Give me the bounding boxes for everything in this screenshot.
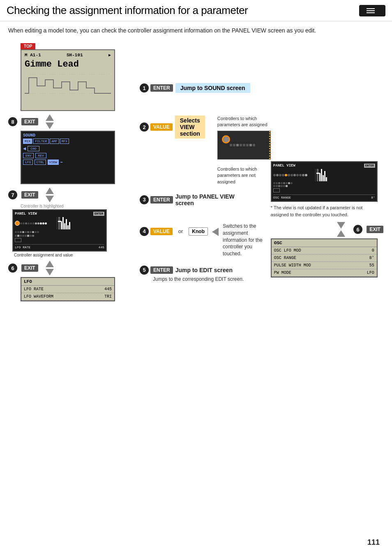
step6-label-left: EXIT [21, 264, 38, 272]
sound-rev-btn[interactable]: REV [35, 153, 46, 158]
sound-arrow-row: ◀ CHO [23, 146, 113, 152]
sound-screen: SOUND MIX FILTER AMP MFX ◀ CHO ENV REV [21, 131, 115, 184]
step1-text: Jump to SOUND screen [175, 83, 250, 93]
step6-exit-row-left: 6 EXIT [8, 261, 131, 275]
level-bars2 [319, 169, 375, 181]
panel-right-grid [273, 169, 375, 181]
sound-btn-mix[interactable]: MIX [23, 139, 32, 144]
lfo-row2-value: TRI [104, 294, 112, 299]
step3-badge: 3 [140, 195, 149, 204]
sound-btn-mfx[interactable]: MFX [60, 139, 69, 144]
sound-view-btn[interactable]: VIEW [48, 160, 59, 165]
osc-row3-value: 55 [369, 263, 374, 268]
sound-play-icon: ◀ [23, 146, 26, 152]
panel-right-square [273, 188, 280, 192]
osc-row4-label: PW MODE [274, 271, 291, 275]
arrow-down-6 [46, 269, 54, 275]
step1-row: 1 ENTER Jump to SOUND screen [140, 83, 271, 93]
controllers-note-area: Controllers to which parameters are assi… [217, 116, 271, 185]
highlighted-controller [15, 221, 20, 226]
sound-cho-btn[interactable]: CHO [28, 146, 39, 151]
panel-view-left-footer: LFO RATE 445 [15, 244, 104, 249]
osc-row2-value: 8' [369, 256, 374, 260]
step4-knob: Knob [189, 227, 208, 236]
sound-env-row: ENV REV [23, 153, 113, 158]
top-screen-label: TOP [21, 43, 35, 49]
sound-section-buttons: MIX FILTER AMP MFX [23, 139, 113, 144]
step2-row: 2 VALUE Selects VIEW section [140, 116, 205, 139]
step6-badge-left: 6 [8, 264, 17, 273]
top-screen: M A1-1 SH-101 ▶ Gimme Lead [21, 49, 115, 111]
step7-exit-row: 7 EXIT [8, 187, 131, 202]
step6-badge-right: 6 [353, 225, 362, 234]
step5-badge: 5 [140, 266, 149, 275]
lfo-row1-value: 445 [104, 287, 112, 291]
spacer-top [271, 42, 386, 161]
level-bars [61, 217, 104, 229]
step2-value: VALUE [150, 123, 173, 131]
osc-row2-label: OSC RANGE [274, 256, 296, 260]
body-description: When editing a model tone, you can check… [0, 21, 392, 38]
step2-area: 2 VALUE Selects VIEW section Controllers… [140, 116, 271, 185]
step4-value: VALUE [150, 228, 173, 235]
top-screen-wave [25, 74, 111, 94]
page-number: 111 [367, 538, 380, 547]
arrow-down-7 [46, 196, 54, 202]
controller-assigned-img [217, 131, 271, 160]
panel-right-dot-row2 [273, 182, 375, 184]
osc-row4-value: LFO [367, 271, 374, 275]
panel-footer-right: 445 [99, 245, 104, 249]
step4-badge: 4 [140, 227, 149, 236]
panel-grid-top [15, 217, 104, 229]
osc-row1-label: OSC LFO MOD [274, 248, 301, 253]
page-header: Checking the assignment information for … [0, 0, 392, 21]
step1-badge: 1 [140, 83, 149, 92]
controller-dots-left [20, 222, 53, 224]
step6-area-left: 6 EXIT [8, 264, 41, 273]
sound-btn-amp[interactable]: AMP [50, 139, 59, 144]
osc-row-3: PULSE WIDTH MOD 55 [272, 262, 377, 269]
panel-view-right-container: PANEL VIEW ENTER [271, 161, 386, 218]
step5-text: Jump to EDIT screen [175, 267, 233, 273]
arrow-up-6 [46, 261, 54, 267]
step4-desc: Switches to the assignment information f… [223, 223, 271, 257]
osc-row-2: OSC RANGE 8' [272, 254, 377, 262]
panel-view-right-enter: ENTER [364, 164, 375, 168]
sound-lfo-btn[interactable]: LFO [23, 160, 33, 165]
panel-right-footer-right: 8' [371, 196, 375, 199]
left-column: TOP M A1-1 SH-101 ▶ Gimme Lead [8, 42, 131, 301]
step5-desc: Jumps to the corresponding EDIT screen. [153, 276, 271, 282]
step6-exit-row-right: 6 EXIT [271, 222, 386, 237]
sound-lfo-row: LFO CTRL VIEW ⬅ [23, 160, 113, 165]
step6-arrows-left [46, 261, 54, 275]
step4-area: 4 VALUE or Knob Switches to the assignme… [140, 219, 271, 257]
arrow-down-8 [46, 123, 54, 129]
sound-btn-filter[interactable]: FILTER [33, 139, 49, 144]
step3-text: Jump to PANEL VIEWscreen [175, 193, 235, 206]
step5-enter: ENTER [150, 266, 173, 274]
sound-env-btn[interactable]: ENV [23, 153, 34, 158]
sound-ctrl-btn[interactable]: CTRL [35, 160, 46, 165]
panel-right-faders2 [315, 169, 375, 181]
step8-label: EXIT [21, 118, 38, 125]
lfo-row2-label: LFO WAVEFORM [24, 294, 53, 299]
sound-screen-container: SOUND MIX FILTER AMP MFX ◀ CHO ENV REV [21, 131, 131, 184]
panel-view-right-screen: PANEL VIEW ENTER [271, 161, 378, 202]
arrow-up-7 [46, 187, 54, 194]
panel-dot-row3 [15, 235, 104, 237]
panel-view-left-label: PANEL VIEW [15, 212, 37, 216]
panel-right-footer-left: OSC RANGE [273, 196, 291, 199]
osc-row3-label: PULSE WIDTH MOD [274, 263, 311, 268]
panel-right-left-dots [273, 169, 314, 181]
step7-area: 7 EXIT [8, 190, 41, 199]
lfo-row-2: LFO WAVEFORM TRI [21, 293, 114, 301]
navi-button[interactable] [359, 5, 385, 16]
menu-icon [367, 8, 375, 13]
step2-text: Selects VIEW section [175, 116, 205, 139]
step7-badge: 7 [8, 190, 17, 199]
far-right-column: PANEL VIEW ENTER [271, 42, 386, 278]
panel-left-controllers [15, 217, 56, 229]
fader-group [58, 217, 60, 229]
osc-row-4: PW MODE LFO [272, 269, 377, 277]
top-screen-patch: SH-101 [67, 53, 83, 58]
